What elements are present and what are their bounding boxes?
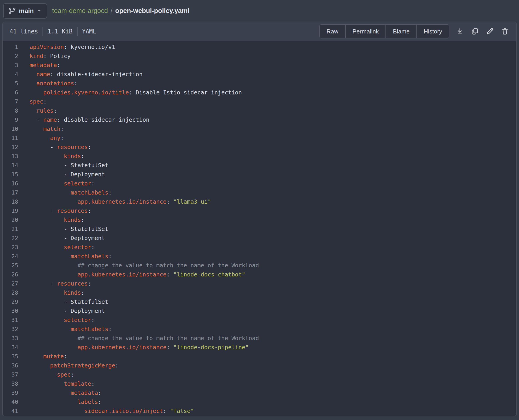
line-number[interactable]: 37 (3, 370, 18, 379)
line-content: sidecar.istio.io/inject: "false" (18, 407, 194, 416)
copy-button[interactable] (470, 25, 479, 38)
line-content: mutate: (18, 352, 67, 361)
line-content: selector: (18, 315, 95, 325)
file-lines-count: 41 lines (9, 28, 38, 35)
line-content: app.kubernetes.io/instance: "linode-docs… (18, 270, 245, 279)
line-number[interactable]: 39 (3, 388, 18, 398)
line-number[interactable]: 14 (3, 161, 18, 170)
line-number[interactable]: 41 (3, 407, 18, 416)
line-number[interactable]: 3 (3, 61, 18, 70)
pencil-icon (486, 28, 494, 35)
line-content: name: disable-sidecar-injection (18, 70, 143, 79)
line-number[interactable]: 28 (3, 288, 18, 297)
line-content: ## change the value to match the name of… (18, 261, 259, 270)
line-number[interactable]: 6 (3, 88, 18, 97)
line-number[interactable]: 26 (3, 270, 18, 279)
code-line: 5 annotations: (3, 79, 516, 88)
line-content: kinds: (18, 216, 84, 225)
line-number[interactable]: 29 (3, 297, 18, 307)
breadcrumb-repo-link[interactable]: team-demo-argocd (52, 7, 108, 15)
topbar: main team-demo-argocd / open-webui-polic… (0, 0, 519, 22)
code-line: 23 selector: (3, 243, 516, 252)
line-number[interactable]: 24 (3, 252, 18, 261)
blame-button[interactable]: Blame (386, 25, 416, 38)
line-number[interactable]: 10 (3, 124, 18, 134)
line-number[interactable]: 22 (3, 234, 18, 243)
code-line: 16 selector: (3, 179, 516, 188)
breadcrumb: team-demo-argocd / open-webui-policy.yam… (52, 7, 189, 15)
line-number[interactable]: 15 (3, 170, 18, 179)
line-number[interactable]: 1 (3, 43, 18, 52)
line-number[interactable]: 2 (3, 52, 18, 61)
code-line: 29 - StatefulSet (3, 297, 516, 307)
line-number[interactable]: 33 (3, 334, 18, 343)
line-number[interactable]: 20 (3, 216, 18, 225)
line-number[interactable]: 4 (3, 70, 18, 79)
edit-button[interactable] (485, 25, 494, 38)
line-content: - Deployment (18, 307, 105, 315)
code-line: 3metadata: (3, 61, 516, 70)
line-content: metadata: (18, 61, 60, 70)
line-content: selector: (18, 243, 95, 252)
line-number[interactable]: 23 (3, 243, 18, 252)
download-button[interactable] (455, 25, 464, 38)
code-line: 38 template: (3, 379, 516, 388)
file-view-panel: 41 lines 1.1 KiB YAML Raw Permalink Blam… (2, 22, 517, 416)
history-button[interactable]: History (416, 25, 449, 38)
code-line: 7spec: (3, 97, 516, 106)
line-content: metadata: (18, 388, 101, 398)
code-line: 35 mutate: (3, 352, 516, 361)
line-number[interactable]: 8 (3, 106, 18, 115)
branch-name: main (19, 8, 34, 14)
line-number[interactable]: 30 (3, 307, 18, 315)
download-icon (456, 28, 464, 35)
line-content: - Deployment (18, 234, 105, 243)
file-actions: Raw Permalink Blame History (319, 24, 510, 38)
permalink-button[interactable]: Permalink (345, 25, 386, 38)
copy-icon (471, 28, 479, 35)
line-number[interactable]: 11 (3, 134, 18, 143)
code-line: 26 app.kubernetes.io/instance: "linode-d… (3, 270, 516, 279)
code-line: 17 matchLabels: (3, 188, 516, 197)
line-number[interactable]: 12 (3, 143, 18, 152)
line-number[interactable]: 35 (3, 352, 18, 361)
code-line: 28 kinds: (3, 288, 516, 297)
branch-selector-button[interactable]: main (3, 3, 47, 19)
code-line: 19 - resources: (3, 206, 516, 216)
line-number[interactable]: 19 (3, 206, 18, 216)
line-content: ## change the value to match the name of… (18, 334, 259, 343)
code-line: 32 matchLabels: (3, 325, 516, 334)
raw-button[interactable]: Raw (320, 25, 345, 38)
line-number[interactable]: 31 (3, 315, 18, 325)
code-line: 9 - name: disable-sidecar-injection (3, 115, 516, 124)
line-number[interactable]: 38 (3, 379, 18, 388)
line-number[interactable]: 32 (3, 325, 18, 334)
code-line: 18 app.kubernetes.io/instance: "llama3-u… (3, 197, 516, 206)
line-number[interactable]: 21 (3, 225, 18, 234)
line-number[interactable]: 5 (3, 79, 18, 88)
line-number[interactable]: 13 (3, 152, 18, 161)
code-line: 27 - resources: (3, 279, 516, 288)
line-number[interactable]: 7 (3, 97, 18, 106)
delete-button[interactable] (500, 25, 510, 38)
line-content: - StatefulSet (18, 225, 108, 234)
line-number[interactable]: 34 (3, 343, 18, 352)
line-number[interactable]: 16 (3, 179, 18, 188)
line-number[interactable]: 9 (3, 115, 18, 124)
code-line: 10 match: (3, 124, 516, 134)
line-number[interactable]: 36 (3, 361, 18, 370)
line-number[interactable]: 18 (3, 197, 18, 206)
code-line: 1apiVersion: kyverno.io/v1 (3, 43, 516, 52)
file-header: 41 lines 1.1 KiB YAML Raw Permalink Blam… (3, 22, 516, 41)
line-content: kinds: (18, 152, 84, 161)
line-content: matchLabels: (18, 325, 112, 334)
line-content: app.kubernetes.io/instance: "linode-docs… (18, 343, 249, 352)
line-content: any: (18, 134, 64, 143)
line-content: patchStrategicMerge: (18, 361, 119, 370)
line-content: app.kubernetes.io/instance: "llama3-ui" (18, 197, 211, 206)
line-number[interactable]: 40 (3, 398, 18, 407)
line-content: spec: (18, 97, 47, 106)
line-number[interactable]: 27 (3, 279, 18, 288)
line-number[interactable]: 25 (3, 261, 18, 270)
line-number[interactable]: 17 (3, 188, 18, 197)
